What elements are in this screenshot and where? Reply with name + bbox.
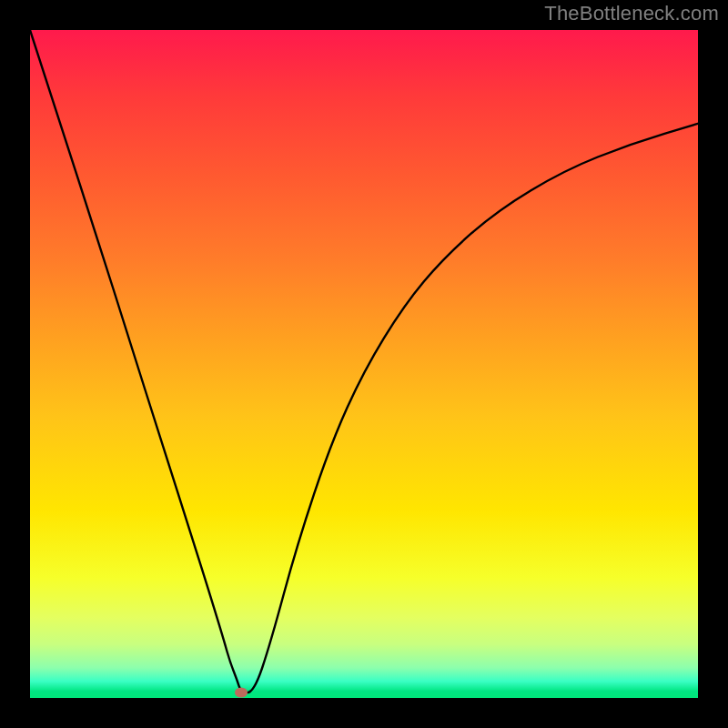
bottleneck-curve [30,30,698,693]
attribution-watermark: TheBottleneck.com [544,2,719,25]
curve-layer [30,30,698,698]
optimal-marker-icon [235,688,248,698]
chart-stage: TheBottleneck.com [0,0,728,728]
plot-area [30,30,698,698]
